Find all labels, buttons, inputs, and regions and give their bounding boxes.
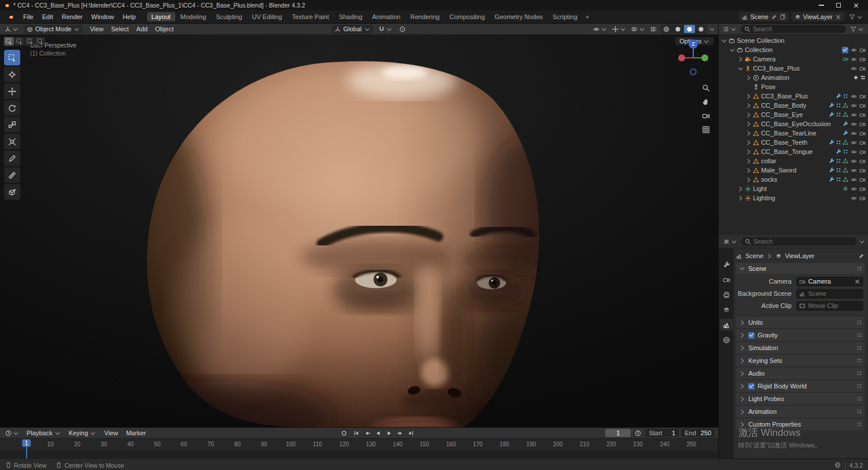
- panel-units[interactable]: Units: [736, 317, 865, 328]
- disable-in-render-toggle[interactable]: [859, 102, 866, 109]
- workspace-tab-texture-paint[interactable]: Texture Paint: [287, 12, 333, 21]
- collection-checkbox[interactable]: [842, 47, 848, 53]
- disable-in-render-toggle[interactable]: [859, 56, 866, 63]
- tool-cursor[interactable]: [4, 67, 20, 82]
- expand-arrow[interactable]: [745, 121, 751, 127]
- 3d-viewport[interactable]: Object Mode ViewSelectAddObject Global: [0, 24, 718, 427]
- select-mode-subtract[interactable]: [25, 37, 35, 46]
- panel-custom-properties[interactable]: Custom Properties: [736, 418, 865, 430]
- maximize-button[interactable]: [830, 0, 847, 10]
- orthographic-toggle-icon[interactable]: [702, 126, 710, 134]
- shading-solid[interactable]: [672, 25, 683, 33]
- shading-wireframe[interactable]: [661, 25, 672, 33]
- play-button[interactable]: [384, 429, 394, 437]
- add-workspace-button[interactable]: +: [583, 12, 592, 21]
- expand-arrow[interactable]: [745, 75, 751, 81]
- disable-in-render-toggle[interactable]: [859, 121, 866, 127]
- timeline-ruler[interactable]: 1020304050607080901001101201301401501601…: [0, 438, 718, 451]
- properties-tab-scene[interactable]: [720, 319, 733, 331]
- properties-search-input[interactable]: [753, 238, 853, 245]
- mode-selector[interactable]: Object Mode: [24, 25, 83, 34]
- menu-render[interactable]: Render: [58, 12, 87, 21]
- disable-in-render-toggle[interactable]: [859, 130, 866, 137]
- frame-start-field[interactable]: Start 1: [645, 429, 679, 437]
- outliner-item-scene-collection[interactable]: Scene Collection: [719, 36, 868, 45]
- tool-select-box[interactable]: [4, 50, 20, 65]
- workspace-tab-layout[interactable]: Layout: [147, 12, 175, 21]
- viewport-xray-toggle[interactable]: [649, 25, 659, 33]
- zoom-icon[interactable]: [702, 84, 710, 92]
- expand-arrow[interactable]: [721, 38, 727, 44]
- properties-tab-output[interactable]: [720, 289, 733, 300]
- disable-in-render-toggle[interactable]: [859, 139, 866, 146]
- expand-arrow[interactable]: [745, 112, 751, 118]
- hide-in-viewport-toggle[interactable]: [851, 121, 857, 127]
- outliner-item-lighting[interactable]: Lighting: [719, 193, 868, 203]
- proportional-editing-button[interactable]: [398, 25, 407, 33]
- outliner-item-camera[interactable]: Camera: [719, 54, 868, 64]
- outliner-item-socks[interactable]: socks: [719, 175, 868, 184]
- hide-in-viewport-toggle[interactable]: [851, 93, 857, 100]
- tool-scale[interactable]: [4, 117, 20, 133]
- drag-handle-icon[interactable]: [857, 371, 862, 376]
- viewport-show-hide-button[interactable]: [591, 25, 609, 33]
- expand-arrow[interactable]: [745, 139, 751, 146]
- panel-audio[interactable]: Audio: [736, 368, 865, 379]
- blender-menu-button[interactable]: [3, 13, 18, 21]
- breadcrumb-view-layer[interactable]: ViewLayer: [785, 252, 814, 259]
- expand-arrow[interactable]: [745, 167, 751, 174]
- timeline-track-area[interactable]: [0, 451, 718, 459]
- outliner-item-cc-base-eye[interactable]: CC_Base_Eye: [719, 110, 868, 119]
- properties-editor-type-button[interactable]: [722, 238, 739, 245]
- expand-arrow[interactable]: [745, 102, 751, 109]
- workspace-tab-sculpting[interactable]: Sculpting: [211, 12, 247, 21]
- drag-handle-icon[interactable]: [857, 346, 862, 350]
- drag-handle-icon[interactable]: [857, 384, 862, 388]
- editor-type-button[interactable]: [3, 25, 20, 33]
- hide-in-viewport-toggle[interactable]: [851, 102, 857, 109]
- hide-in-viewport-toggle[interactable]: [851, 112, 857, 118]
- tool-measure[interactable]: [4, 167, 20, 183]
- disable-in-render-toggle[interactable]: [859, 186, 866, 192]
- shading-material[interactable]: [684, 25, 695, 33]
- camera-view-icon[interactable]: [702, 112, 710, 120]
- tool-rotate[interactable]: [4, 100, 20, 116]
- workspace-tab-uv-editing[interactable]: UV Editing: [247, 12, 286, 21]
- disable-in-render-toggle[interactable]: [859, 112, 866, 118]
- tool-move[interactable]: [4, 83, 20, 99]
- hide-in-viewport-toggle[interactable]: [851, 149, 857, 155]
- clear-button[interactable]: [854, 278, 860, 285]
- menu-edit[interactable]: Edit: [38, 12, 57, 21]
- properties-tab-render[interactable]: [720, 274, 733, 285]
- drag-handle-icon[interactable]: [857, 358, 862, 363]
- hide-in-viewport-toggle[interactable]: [851, 195, 857, 201]
- expand-arrow[interactable]: [745, 93, 751, 100]
- disable-in-render-toggle[interactable]: [859, 93, 866, 100]
- outliner-editor-type-button[interactable]: [721, 25, 738, 33]
- hide-in-viewport-toggle[interactable]: [851, 167, 857, 174]
- expand-arrow[interactable]: [745, 149, 751, 155]
- workspace-tab-rendering[interactable]: Rendering: [406, 12, 444, 21]
- scene-panel-header[interactable]: Scene: [736, 263, 865, 274]
- expand-arrow[interactable]: [745, 177, 751, 183]
- outliner-item-cc-base-tearline[interactable]: CC_Base_TearLine: [719, 128, 868, 138]
- outliner-item-male-sword[interactable]: Male_Sword: [719, 166, 868, 175]
- outliner-item-animation[interactable]: Animation: [719, 73, 868, 82]
- drag-handle-icon[interactable]: [857, 422, 862, 427]
- outliner-filter-button[interactable]: [848, 25, 866, 33]
- hide-in-viewport-toggle[interactable]: [851, 47, 857, 53]
- disable-in-render-toggle[interactable]: [859, 47, 866, 53]
- workspace-tab-shading[interactable]: Shading: [334, 12, 367, 21]
- navigation-gizmo[interactable]: Z: [675, 39, 712, 76]
- disable-in-render-toggle[interactable]: [859, 167, 866, 174]
- properties-tab-world[interactable]: [720, 334, 733, 346]
- disable-in-render-toggle[interactable]: [859, 195, 866, 201]
- preview-range-button[interactable]: [633, 429, 643, 437]
- play-reverse-button[interactable]: [373, 429, 383, 437]
- drag-handle-icon[interactable]: [857, 266, 862, 271]
- current-frame-field[interactable]: 1: [605, 429, 631, 437]
- hide-in-viewport-toggle[interactable]: [851, 186, 857, 192]
- outliner-item-cc-base-tongue[interactable]: CC_Base_Tongue: [719, 147, 868, 156]
- viewport-menu-view[interactable]: View: [86, 25, 107, 33]
- snapping-button[interactable]: [377, 25, 394, 33]
